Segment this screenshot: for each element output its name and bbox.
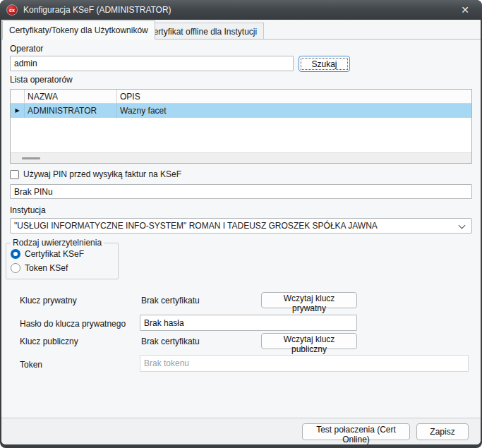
tab-certyfikaty-tokeny[interactable]: Certyfikaty/Tokeny dla Użytkowników (2, 20, 155, 40)
operators-grid[interactable]: NAZWA OPIS ▶ ADMINISTRATOR Wazny facet (10, 89, 472, 164)
cell-nazwa: ADMINISTRATOR (25, 104, 117, 118)
app-logo-icon: cx (6, 4, 18, 16)
search-button[interactable]: Szukaj (299, 56, 350, 72)
grid-column-nazwa[interactable]: NAZWA (25, 90, 117, 103)
grid-header: NAZWA OPIS (11, 90, 471, 104)
radio-on-icon[interactable] (11, 249, 20, 259)
row-indicator-cell: ▶ (11, 104, 25, 118)
institution-label: Instytucja (10, 205, 46, 215)
chevron-down-icon (459, 222, 466, 229)
scrollbar-thumb[interactable] (22, 157, 40, 159)
load-public-key-button[interactable]: Wczytaj klucz publiczny (261, 333, 357, 349)
grid-horizontal-scrollbar[interactable] (11, 152, 471, 163)
operator-input[interactable] (10, 56, 294, 71)
public-key-label: Klucz publiczny (20, 337, 78, 346)
operator-label: Operator (10, 44, 43, 54)
public-key-status: Brak certyfikatu (141, 337, 200, 346)
institution-combobox[interactable]: "USŁUGI INFORMATYCZNE INFO-SYSTEM" ROMAN… (10, 218, 472, 234)
cell-opis: Wazny facet (117, 104, 471, 118)
auth-type-groupbox: Rodzaj uwierzytelnienia Certyfikat KSeF … (6, 243, 119, 279)
radio-token-ksef[interactable]: Token KSef (11, 263, 68, 273)
private-key-password-input[interactable] (140, 315, 357, 331)
private-key-label: Klucz prywatny (20, 296, 77, 305)
pin-input[interactable] (10, 184, 472, 199)
dialog-body: Certyfikaty/Tokeny dla Użytkowników Cert… (1, 20, 481, 444)
radio-off-icon[interactable] (11, 263, 20, 273)
token-input[interactable] (140, 355, 469, 372)
close-icon[interactable]: ✕ (454, 4, 476, 16)
token-label: Token (20, 360, 42, 370)
test-connection-button[interactable]: Test połaczenia (Cert Online) (302, 423, 410, 440)
window-title: Konfiguracja KSeF (ADMINISTRATOR) (23, 5, 171, 15)
app-logo-text: cx (9, 8, 15, 13)
radio-certyfikat-label: Certyfikat KSeF (25, 249, 84, 259)
operators-list-label: Lista operatorów (10, 75, 73, 85)
radio-certyfikat-ksef[interactable]: Certyfikat KSeF (11, 249, 84, 259)
pin-checkbox-label: Używaj PIN przed wysyłką faktur na KSeF (23, 169, 181, 179)
save-button[interactable]: Zapisz (416, 423, 469, 440)
grid-indicator-column (11, 90, 25, 103)
dialog-window: cx Konfiguracja KSeF (ADMINISTRATOR) ✕ C… (0, 0, 482, 448)
private-key-status: Brak certyfikatu (141, 296, 200, 305)
tab-certyfikat-offline[interactable]: Certyfikat offline dla Instytucji (140, 23, 264, 40)
pin-checkbox[interactable] (10, 170, 19, 179)
institution-value: "USŁUGI INFORMATYCZNE INFO-SYSTEM" ROMAN… (14, 221, 378, 231)
row-selected-arrow-icon: ▶ (15, 108, 19, 114)
pin-checkbox-row[interactable]: Używaj PIN przed wysyłką faktur na KSeF (10, 169, 181, 179)
auth-type-label: Rodzaj uwierzytelnienia (11, 238, 104, 248)
private-key-password-label: Hasło do klucza prywatnego (20, 319, 126, 329)
table-row[interactable]: ▶ ADMINISTRATOR Wazny facet (11, 104, 471, 118)
grid-column-opis[interactable]: OPIS (117, 90, 471, 103)
radio-token-label: Token KSef (25, 263, 68, 273)
load-private-key-button[interactable]: Wczytaj klucz prywatny (261, 292, 357, 308)
titlebar: cx Konfiguracja KSeF (ADMINISTRATOR) ✕ (0, 0, 482, 20)
